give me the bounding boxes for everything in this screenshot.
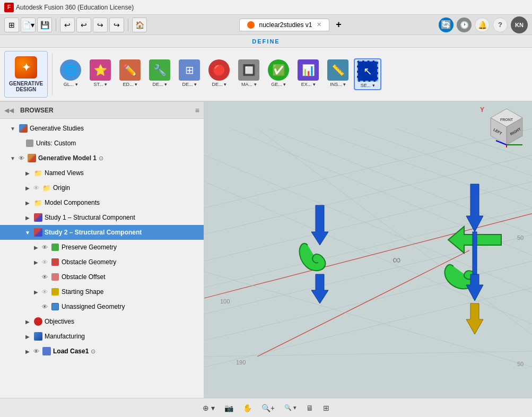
right-actions: 🔄 🕐 🔔 ? KN — [439, 16, 528, 33]
loadcase-icon — [42, 346, 51, 356]
ribbon-btn-edit[interactable]: ✏️ ED... ▾ — [116, 58, 144, 90]
active-tab[interactable]: nuclear2studies v1 ✕ — [239, 19, 329, 31]
gen-model-target-icon[interactable]: ⊙ — [99, 155, 103, 162]
loadcase-target-icon[interactable]: ⊙ — [91, 348, 95, 355]
tree-item-starting-shape[interactable]: ▶ 👁 Starting Shape — [0, 284, 204, 299]
tree-item-gen-studies[interactable]: ▼ Generative Studies — [0, 121, 204, 136]
expand-study1[interactable]: ▶ — [23, 213, 32, 222]
viewport[interactable]: 190 100 50 50 — [204, 102, 532, 398]
expand-gen-studies[interactable]: ▼ — [8, 124, 17, 133]
obstacle-offset-label: Obstacle Offset — [62, 273, 105, 281]
browser-menu-btn[interactable]: ≡ — [195, 106, 199, 115]
ribbon-btn-de1[interactable]: 🔧 DE... ▾ — [146, 58, 173, 90]
tab-close-icon[interactable]: ✕ — [317, 21, 321, 28]
zoom-in-btn[interactable]: 🔍+ — [258, 402, 278, 414]
svg-text:FRONT: FRONT — [500, 118, 513, 121]
tree-item-gen-model[interactable]: ▼ 👁 Generative Model 1 ⊙ — [0, 151, 204, 166]
gen-design-btn[interactable]: ✦ GENERATIVE DESIGN — [4, 51, 48, 98]
gen-design-label2: DESIGN — [16, 86, 36, 92]
ribbon-btn-de3-label: DE... ▾ — [212, 82, 227, 87]
eye-unassigned-geom[interactable]: 👁 — [40, 302, 49, 311]
home-btn[interactable]: 🏠 — [132, 18, 147, 32]
eye-gen-model[interactable]: 👁 — [17, 154, 25, 162]
eye-preserve-geom[interactable]: 👁 — [40, 243, 49, 251]
eye-origin[interactable]: 👁 — [32, 184, 40, 192]
tree-item-study1[interactable]: ▶ Study 1 – Structural Component — [0, 210, 204, 225]
tree-item-units[interactable]: Units: Custom — [0, 136, 204, 151]
globe-icon: 🌐 — [60, 59, 81, 81]
browser-collapse-btn[interactable]: ◀◀ — [4, 107, 14, 114]
eye-loadcase[interactable]: 👁 — [32, 347, 40, 355]
pan-btn[interactable]: ✋ — [240, 402, 255, 414]
help-btn[interactable]: ? — [493, 18, 508, 32]
ribbon-btn-explore[interactable]: 📊 EX... ▾ — [294, 58, 322, 90]
expand-loadcase[interactable]: ▶ — [23, 347, 32, 355]
expand-objectives[interactable]: ▶ — [23, 317, 32, 326]
expand-gen-model[interactable]: ▼ — [8, 154, 17, 162]
expand-manufacturing[interactable]: ▶ — [23, 332, 32, 341]
expand-model-components[interactable]: ▶ — [23, 198, 32, 207]
tree-item-objectives[interactable]: ▶ Objectives — [0, 314, 204, 329]
expand-study2[interactable]: ▼ — [23, 228, 32, 237]
user-avatar[interactable]: KN — [511, 16, 528, 33]
tree-item-unassigned-geom[interactable]: 👁 Unassigned Geometry — [0, 299, 204, 314]
explore-icon: 📊 — [298, 59, 319, 81]
tree-item-study2[interactable]: ▼ Study 2 – Structural Component — [0, 225, 204, 240]
redo-btn[interactable]: ↪ — [93, 18, 108, 32]
expand-preserve-geom[interactable]: ▶ — [32, 243, 40, 251]
zoom-out-btn[interactable]: 🔍 ▾ — [281, 402, 300, 413]
apps-btn[interactable]: ⊞ — [4, 18, 19, 32]
undo-btn[interactable]: ↩ — [60, 18, 75, 32]
starting-shape-icon — [50, 287, 60, 297]
eye-obstacle-offset[interactable]: 👁 — [40, 273, 49, 281]
ribbon-area: DEFINE ✦ GENERATIVE DESIGN 🌐 GL... ▾ ⭐ S… — [0, 35, 532, 102]
ribbon-btn-inspect[interactable]: 📏 INS... ▾ — [324, 58, 352, 90]
origin-icon: 📁 — [42, 183, 51, 193]
tree-item-origin[interactable]: ▶ 👁 📁 Origin — [0, 180, 204, 195]
redo2-btn[interactable]: ↪ — [109, 18, 124, 32]
tree-item-manufacturing[interactable]: ▶ Manufacturing — [0, 329, 204, 344]
grid-display-btn[interactable]: ⊞ — [320, 402, 333, 414]
tree-item-loadcase[interactable]: ▶ 👁 Load Case1 ⊙ — [0, 344, 204, 359]
history-btn[interactable]: 🕐 — [457, 18, 472, 32]
tree-item-obstacle-geom[interactable]: ▶ 👁 Obstacle Geometry — [0, 255, 204, 270]
ribbon-btn-material[interactable]: 🔲 MA... ▾ — [235, 58, 263, 90]
eye-starting-shape[interactable]: 👁 — [40, 288, 49, 296]
ribbon-btn-material-label: MA... ▾ — [241, 82, 257, 87]
tree-item-obstacle-offset[interactable]: 👁 Obstacle Offset — [0, 270, 204, 284]
ribbon-btn-select[interactable]: ↖ SE... ▾ — [354, 58, 381, 90]
tree-item-preserve-geom[interactable]: ▶ 👁 Preserve Geometry — [0, 240, 204, 255]
expand-obstacle-offset — [32, 273, 40, 281]
ribbon-btn-generate[interactable]: ✅ GE... ▾ — [265, 58, 292, 90]
study2-label: Study 2 – Structural Component — [45, 229, 142, 236]
eye-obstacle-geom[interactable]: 👁 — [40, 258, 49, 266]
camera-btn[interactable]: 📷 — [221, 402, 237, 414]
objectives-icon — [33, 317, 43, 326]
notify-btn[interactable]: 🔔 — [475, 18, 490, 32]
ribbon-btn-de3[interactable]: 🔴 DE... ▾ — [205, 58, 233, 90]
save-btn[interactable]: 💾 — [37, 18, 52, 32]
expand-origin[interactable]: ▶ — [23, 184, 32, 192]
undo2-btn[interactable]: ↩ — [76, 18, 91, 32]
define2-icon: ⊞ — [179, 59, 200, 81]
app-toolbar: ⊞ 📄▾ 💾 ↩ ↩ ↪ ↪ 🏠 nuclear2studies v1 ✕ + … — [0, 15, 532, 35]
sync-btn[interactable]: 🔄 — [439, 18, 453, 32]
gen-design-label1: GENERATIVE — [9, 81, 43, 86]
tree-item-named-views[interactable]: ▶ 📁 Named Views — [0, 166, 204, 180]
expand-obstacle-geom[interactable]: ▶ — [32, 258, 40, 266]
ribbon-btn-de2[interactable]: ⊞ DE... ▾ — [176, 58, 203, 90]
ribbon-btn-globe[interactable]: 🌐 GL... ▾ — [57, 58, 84, 90]
fit-screen-btn[interactable]: ⊕ ▾ — [199, 402, 218, 414]
expand-starting-shape[interactable]: ▶ — [32, 288, 40, 296]
ribbon-btn-star[interactable]: ⭐ ST... ▾ — [86, 58, 114, 90]
nav-cube[interactable]: FRONT RIGHT LEFT — [485, 106, 528, 149]
sep1 — [56, 19, 56, 31]
ribbon-btn-de1-label: DE... ▾ — [153, 82, 168, 87]
file-menu-btn[interactable]: 📄▾ — [21, 18, 36, 32]
tree-item-model-components[interactable]: ▶ 📁 Model Components — [0, 195, 204, 210]
expand-named-views[interactable]: ▶ — [23, 169, 32, 177]
display-settings-btn[interactable]: 🖥 — [303, 402, 317, 414]
ribbon: ✦ GENERATIVE DESIGN 🌐 GL... ▾ ⭐ ST... ▾ … — [0, 48, 532, 101]
study1-label: Study 1 – Structural Component — [45, 214, 135, 221]
add-tab-btn[interactable]: + — [332, 18, 346, 32]
